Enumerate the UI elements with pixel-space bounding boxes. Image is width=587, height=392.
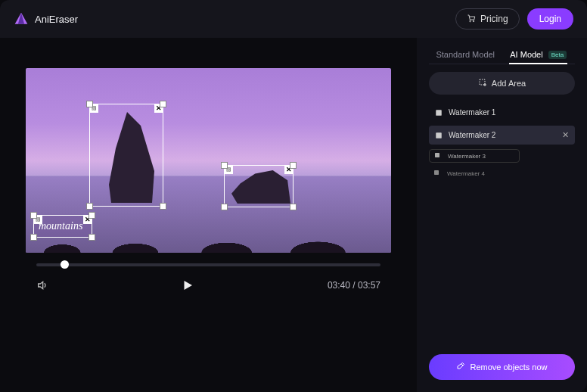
resize-handle[interactable]	[160, 203, 166, 210]
svg-rect-7	[436, 132, 442, 138]
login-button[interactable]: Login	[527, 8, 573, 30]
main-layout: ▧ ✕ ▧ ✕ ▧ ✕ moun	[0, 38, 587, 392]
cart-icon	[467, 14, 476, 25]
svg-rect-9	[434, 170, 439, 175]
tab-label: Standard Model	[436, 50, 495, 59]
add-area-label: Add Area	[492, 79, 526, 88]
svg-marker-4	[185, 281, 193, 290]
beta-badge: Beta	[548, 51, 567, 59]
resize-handle[interactable]	[86, 203, 93, 210]
time-display: 03:40 / 03:57	[328, 280, 380, 291]
resize-handle[interactable]	[30, 212, 37, 219]
remove-label: Remove objects now	[470, 362, 547, 372]
layer-icon	[435, 132, 443, 139]
overlay-text: mountains	[39, 220, 82, 232]
editor-panel: ▧ ✕ ▧ ✕ ▧ ✕ moun	[0, 38, 417, 392]
layer-icon	[433, 170, 441, 177]
scenery-foreground	[26, 236, 391, 253]
resize-handle[interactable]	[221, 204, 228, 210]
eraser-icon	[456, 362, 465, 372]
layer-item[interactable]: Watermaker 2 ✕	[429, 126, 575, 145]
selection-box-1[interactable]: ▧ ✕	[89, 104, 163, 207]
resize-handle[interactable]	[290, 204, 297, 210]
timeline-scrubber[interactable]	[36, 263, 380, 266]
resize-handle[interactable]	[221, 162, 228, 169]
selection-box-2[interactable]: ▧ ✕	[224, 165, 294, 207]
svg-point-3	[473, 20, 474, 22]
tab-ai-model[interactable]: AI Model Beta	[502, 45, 576, 64]
time-current: 03:40	[328, 280, 350, 291]
resize-handle[interactable]	[86, 101, 93, 107]
selection-box-3[interactable]: ▧ ✕ mountains	[33, 215, 92, 238]
resize-handle[interactable]	[160, 101, 166, 107]
play-icon[interactable]	[181, 278, 194, 292]
resize-handle[interactable]	[89, 234, 95, 241]
remove-objects-button[interactable]: Remove objects now	[429, 354, 575, 380]
close-icon[interactable]: ✕	[562, 130, 569, 140]
header-actions: Pricing Login	[455, 8, 573, 30]
brand-logo-icon	[14, 11, 29, 26]
layer-item[interactable]: Watermaker 1	[429, 104, 575, 121]
svg-rect-8	[435, 153, 439, 157]
brand-name: AniEraser	[35, 14, 78, 25]
pricing-button[interactable]: Pricing	[455, 8, 520, 30]
svg-rect-5	[480, 79, 485, 85]
volume-icon[interactable]	[36, 279, 48, 291]
pricing-label: Pricing	[480, 14, 508, 24]
layer-list: Watermaker 1 Watermaker 2 ✕ Watermaker 3	[429, 104, 575, 179]
layer-icon	[435, 109, 443, 117]
timeline-thumb[interactable]	[61, 260, 69, 269]
svg-rect-6	[436, 110, 442, 116]
resize-handle[interactable]	[30, 234, 37, 241]
video-wrap: ▧ ✕ ▧ ✕ ▧ ✕ moun	[26, 68, 391, 292]
model-tabs: Standard Model AI Model Beta	[429, 45, 575, 64]
layer-label: Watermaker 3	[448, 153, 486, 160]
resize-handle[interactable]	[89, 212, 95, 219]
login-label: Login	[539, 14, 561, 24]
add-area-button[interactable]: Add Area	[429, 72, 575, 95]
svg-point-2	[470, 20, 471, 22]
layer-item[interactable]: Watermaker 4	[429, 167, 520, 179]
layer-label: Watermaker 1	[449, 108, 495, 117]
time-total: 03:57	[358, 280, 380, 291]
player-controls: 03:40 / 03:57	[36, 278, 380, 292]
layer-label: Watermaker 2	[449, 131, 495, 139]
brand: AniEraser	[14, 11, 78, 26]
app-header: AniEraser Pricing Login	[0, 0, 587, 38]
layer-label: Watermaker 4	[447, 170, 485, 177]
layer-icon	[434, 152, 442, 160]
layer-item[interactable]: Watermaker 3	[429, 149, 520, 163]
side-panel: Standard Model AI Model Beta Add Area Wa…	[417, 38, 587, 392]
tab-label: AI Model	[510, 50, 542, 59]
resize-handle[interactable]	[290, 162, 297, 169]
video-canvas[interactable]: ▧ ✕ ▧ ✕ ▧ ✕ moun	[26, 68, 391, 253]
add-area-icon	[478, 78, 487, 89]
tab-standard-model[interactable]: Standard Model	[429, 45, 502, 64]
scenery-horizon	[26, 176, 391, 176]
